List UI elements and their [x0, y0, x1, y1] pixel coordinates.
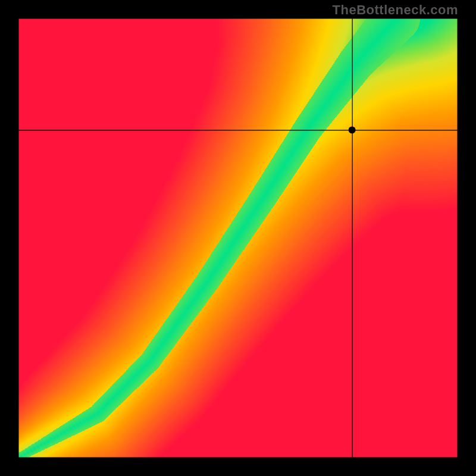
heatmap-plot — [18, 18, 458, 458]
chart-container: TheBottleneck.com — [0, 0, 476, 476]
heatmap-canvas — [18, 18, 458, 458]
watermark-text: TheBottleneck.com — [333, 2, 458, 18]
